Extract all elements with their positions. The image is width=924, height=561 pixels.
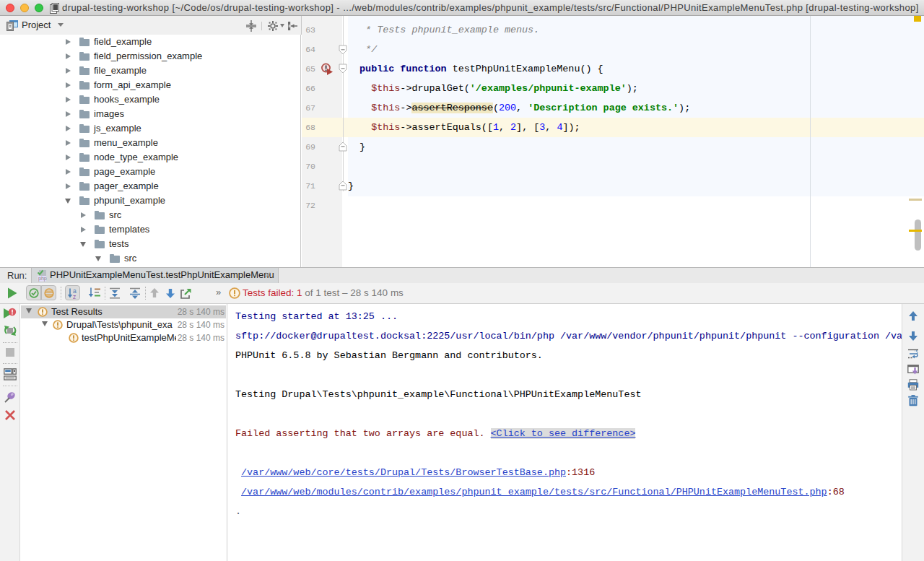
svg-text:z: z: [73, 293, 76, 300]
svg-text:php: php: [38, 276, 47, 282]
